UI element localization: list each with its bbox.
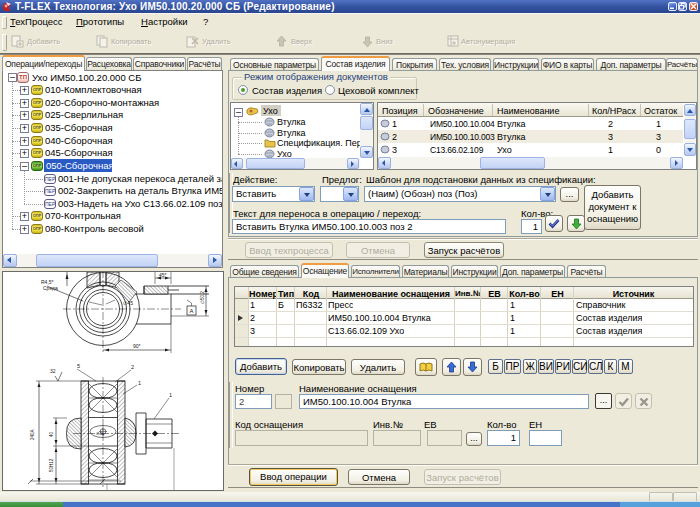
svg-text:1: 1 (138, 380, 141, 386)
svg-text:∅45: ∅45 (123, 300, 133, 306)
svg-text:A: A (190, 308, 194, 314)
svg-text:∅50,2: ∅50,2 (200, 291, 205, 304)
svg-text:40: 40 (49, 431, 54, 437)
svg-text:Среда: Среда (43, 285, 58, 291)
svg-text:2: 2 (131, 364, 134, 370)
svg-text:5: 5 (77, 363, 80, 369)
svg-text:32: 32 (50, 368, 56, 374)
svg-text:∅45: ∅45 (96, 431, 105, 436)
svg-text:90*: 90* (133, 343, 141, 349)
svg-text:1: 1 (169, 392, 172, 398)
svg-text:45*: 45* (159, 272, 167, 278)
svg-text:50Н12: 50Н12 (49, 458, 54, 472)
svg-text:240А: 240А (30, 429, 35, 440)
